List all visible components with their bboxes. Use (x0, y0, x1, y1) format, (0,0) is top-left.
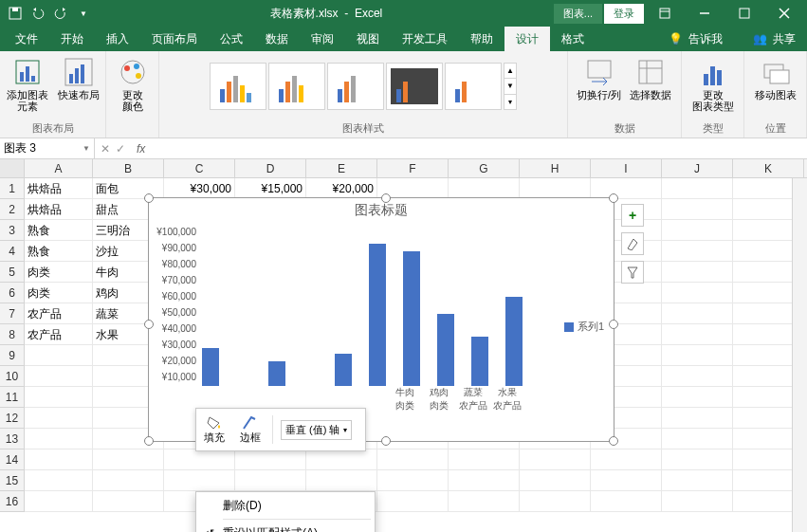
col-header[interactable]: C (164, 159, 235, 177)
cell[interactable] (377, 449, 449, 470)
cell[interactable] (662, 241, 733, 262)
embedded-chart[interactable]: 图表标题 ¥100,000¥90,000¥80,000¥70,000¥60,00… (148, 197, 614, 442)
select-data-button[interactable]: 选择数据 (627, 55, 674, 101)
row-header[interactable]: 12 (0, 408, 24, 429)
cell[interactable] (520, 178, 591, 199)
cell[interactable] (662, 387, 733, 408)
cell[interactable] (164, 449, 235, 470)
chart-element-selector[interactable]: 垂直 (值) 轴▾ (281, 420, 352, 440)
chart-styles-button[interactable] (621, 232, 644, 255)
ctx-delete[interactable]: 删除(D) (196, 494, 375, 517)
cell[interactable] (306, 449, 377, 470)
col-header[interactable]: G (449, 159, 520, 177)
tab-review[interactable]: 审阅 (300, 27, 345, 51)
enter-formula-icon[interactable]: ✓ (116, 142, 125, 156)
row-header[interactable]: 11 (0, 387, 24, 408)
cell[interactable] (662, 470, 733, 491)
fill-button[interactable]: 填充 (200, 413, 229, 447)
tab-help[interactable]: 帮助 (459, 27, 504, 51)
chart-legend[interactable]: 系列1 (564, 320, 604, 334)
namebox-dropdown-icon[interactable]: ▼ (83, 144, 90, 153)
cell[interactable] (662, 178, 733, 199)
col-header[interactable]: K (733, 159, 804, 177)
name-box-input[interactable] (4, 142, 70, 156)
chart-elements-button[interactable]: + (621, 204, 644, 227)
tab-view[interactable]: 视图 (345, 27, 391, 51)
row-header[interactable]: 14 (0, 449, 24, 470)
row-header[interactable]: 1 (0, 178, 24, 199)
cell[interactable]: 烘焙品 (25, 199, 93, 220)
cell[interactable] (520, 491, 591, 512)
col-header[interactable]: A (25, 159, 93, 177)
row-header[interactable]: 4 (0, 241, 24, 262)
worksheet-grid[interactable]: ABCDEFGHIJK 12345678910111213141516 烘焙品面… (0, 159, 807, 532)
cell[interactable] (662, 303, 733, 324)
cell[interactable] (25, 449, 93, 470)
col-header[interactable]: J (662, 159, 733, 177)
cell[interactable]: 农产品 (25, 324, 93, 345)
col-header[interactable]: H (520, 159, 591, 177)
cell[interactable]: 熟食 (25, 220, 93, 241)
ctx-reset-style[interactable]: ↺重设以匹配样式(A) (196, 522, 375, 532)
row-header[interactable]: 7 (0, 303, 24, 324)
row-header[interactable]: 5 (0, 262, 24, 283)
cell[interactable]: ¥30,000 (164, 178, 235, 199)
chart-style-1[interactable] (210, 63, 266, 110)
row-header[interactable]: 13 (0, 429, 24, 449)
contextual-tab-chart[interactable]: 图表... (554, 4, 602, 24)
row-header[interactable]: 3 (0, 220, 24, 241)
tab-dev[interactable]: 开发工具 (391, 27, 459, 51)
cell[interactable]: 烘焙品 (25, 178, 93, 199)
chart-style-2[interactable] (268, 63, 325, 110)
tab-file[interactable]: 文件 (4, 27, 49, 51)
vertical-scrollbar[interactable] (792, 178, 807, 532)
row-header[interactable]: 9 (0, 345, 24, 366)
cell[interactable] (662, 408, 733, 429)
cell[interactable]: ¥15,000 (235, 178, 306, 199)
name-box[interactable]: ▼ (0, 138, 95, 158)
redo-icon[interactable] (53, 6, 68, 21)
gallery-up-icon[interactable]: ▲ (504, 64, 516, 79)
cell[interactable] (25, 387, 93, 408)
cell[interactable] (235, 470, 306, 491)
gallery-down-icon[interactable]: ▼ (504, 79, 516, 94)
row-header[interactable]: 8 (0, 324, 24, 345)
chart-style-3[interactable] (327, 63, 384, 110)
cell[interactable] (25, 429, 93, 449)
col-header[interactable]: I (591, 159, 662, 177)
switch-row-col-button[interactable]: 切换行/列 (576, 55, 623, 101)
cell[interactable] (662, 324, 733, 345)
login-button[interactable]: 登录 (604, 4, 644, 24)
cell[interactable] (377, 470, 449, 491)
tab-formulas[interactable]: 公式 (209, 27, 254, 51)
cell[interactable] (25, 366, 93, 387)
cell[interactable] (25, 408, 93, 429)
row-header[interactable]: 15 (0, 470, 24, 491)
minimize-icon[interactable] (686, 0, 724, 27)
tab-data[interactable]: 数据 (254, 27, 300, 51)
tab-design[interactable]: 设计 (504, 27, 550, 51)
ribbon-options-icon[interactable] (646, 0, 684, 27)
change-chart-type-button[interactable]: 更改 图表类型 (689, 55, 737, 112)
chart-style-4[interactable] (386, 63, 443, 110)
cell[interactable] (25, 470, 93, 491)
cell[interactable] (662, 220, 733, 241)
cell[interactable] (591, 178, 662, 199)
cell[interactable] (449, 178, 520, 199)
cell[interactable] (591, 470, 662, 491)
cell[interactable] (520, 449, 591, 470)
cell[interactable] (591, 491, 662, 512)
cell[interactable] (449, 449, 520, 470)
tab-layout[interactable]: 页面布局 (140, 27, 209, 51)
cell[interactable]: 熟食 (25, 241, 93, 262)
outline-button[interactable]: 边框 (236, 413, 265, 447)
cell[interactable] (662, 366, 733, 387)
col-header[interactable]: F (377, 159, 449, 177)
fx-icon[interactable]: fx (131, 142, 151, 156)
gallery-more-icon[interactable]: ▾ (504, 95, 516, 109)
close-icon[interactable] (765, 0, 803, 27)
cell[interactable]: 农产品 (25, 303, 93, 324)
cell[interactable] (93, 449, 164, 470)
cell[interactable] (93, 491, 164, 512)
cell[interactable] (164, 470, 235, 491)
